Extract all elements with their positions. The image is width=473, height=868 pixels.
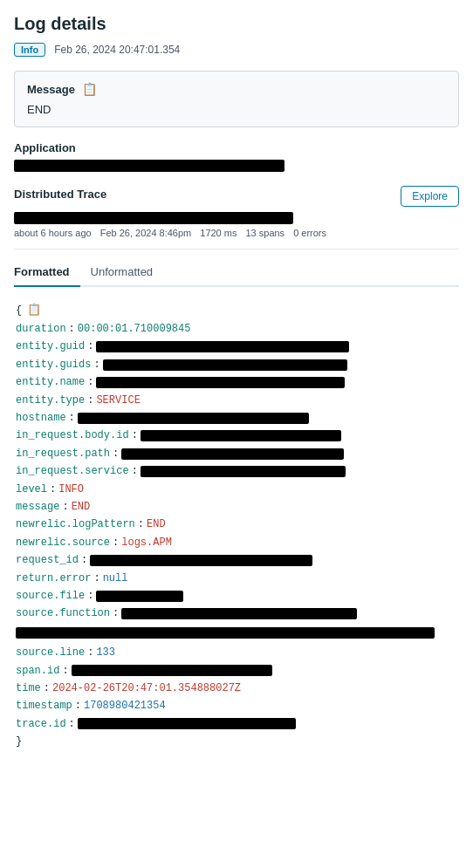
explore-button[interactable]: Explore	[401, 186, 459, 207]
json-span-id: span.id :	[14, 662, 459, 680]
entity-guids-value-redacted	[103, 359, 347, 371]
json-timestamp: timestamp : 1708980421354	[14, 697, 459, 714]
json-in-request-service: in_request.service :	[14, 462, 459, 480]
json-time: time : 2024-02-26T20:47:01.354888027Z	[14, 680, 459, 697]
source-file-value-redacted	[96, 591, 183, 602]
json-close-brace: }	[14, 733, 459, 750]
json-entity-guid: entity.guid :	[14, 338, 459, 355]
distributed-trace-label: Distributed Trace	[14, 188, 106, 201]
json-source-function: source.function :	[14, 605, 459, 622]
span-id-value-redacted	[72, 665, 272, 676]
json-newrelic-source: newrelic.source : logs.APM	[14, 534, 459, 551]
hostname-value-redacted	[78, 413, 309, 424]
json-entity-guids: entity.guids :	[14, 356, 459, 373]
trace-meta: about 6 hours ago Feb 26, 2024 8:46pm 17…	[14, 228, 459, 238]
message-label: Message	[27, 83, 75, 96]
tabs-bar: Formatted Unformatted	[14, 260, 459, 287]
application-label: Application	[14, 141, 459, 154]
request-id-value-redacted	[90, 555, 312, 566]
json-in-request-path: in_request.path :	[14, 445, 459, 462]
in-request-path-value-redacted	[121, 448, 344, 460]
application-section: Application	[14, 141, 459, 172]
json-source-file: source.file :	[14, 587, 459, 605]
log-timestamp: Feb 26, 2024 20:47:01.354	[54, 44, 180, 56]
trace-spans: 13 spans	[245, 228, 284, 238]
application-value-redacted	[14, 160, 284, 172]
distributed-trace-header: Distributed Trace Explore	[14, 186, 459, 207]
source-function-overflow-redacted	[16, 627, 435, 639]
json-trace-id: trace.id :	[14, 715, 459, 733]
trace-time-ago: about 6 hours ago	[14, 228, 92, 238]
json-return-error: return.error : null	[14, 570, 459, 587]
log-header: Info Feb 26, 2024 20:47:01.354	[14, 43, 459, 57]
message-box: Message 📋 END	[14, 71, 459, 127]
tab-unformatted[interactable]: Unformatted	[91, 260, 164, 287]
json-request-id: request_id :	[14, 551, 459, 569]
divider	[14, 249, 459, 249]
json-entity-name: entity.name :	[14, 373, 459, 391]
json-level: level : INFO	[14, 481, 459, 498]
json-block: { 📋 duration : 00:00:01.710009845 entity…	[14, 297, 459, 754]
log-details-page: Log details Info Feb 26, 2024 20:47:01.3…	[0, 0, 473, 775]
info-badge: Info	[14, 43, 45, 57]
json-entity-type: entity.type : SERVICE	[14, 392, 459, 409]
json-hostname: hostname :	[14, 409, 459, 427]
json-newrelic-logPattern: newrelic.logPattern : END	[14, 516, 459, 533]
json-in-request-body-id: in_request.body.id :	[14, 427, 459, 444]
trace-name-redacted	[14, 212, 293, 224]
in-request-service-value-redacted	[141, 466, 346, 477]
entity-guid-value-redacted	[96, 341, 349, 352]
distributed-trace-section: Distributed Trace Explore about 6 hours …	[14, 186, 459, 238]
copy-message-icon[interactable]: 📋	[82, 82, 97, 96]
trace-duration: 1720 ms	[200, 228, 236, 238]
message-header: Message 📋	[27, 82, 446, 96]
source-function-value-redacted	[121, 608, 357, 619]
trace-errors: 0 errors	[293, 228, 326, 238]
entity-name-value-redacted	[96, 377, 345, 388]
message-content: END	[27, 103, 446, 116]
trace-id-value-redacted	[78, 718, 296, 729]
json-message: message : END	[14, 498, 459, 516]
json-duration: duration : 00:00:01.710009845	[14, 320, 459, 338]
json-open-brace: { 📋	[14, 301, 459, 320]
tab-formatted[interactable]: Formatted	[14, 260, 80, 287]
trace-date: Feb 26, 2024 8:46pm	[100, 228, 192, 238]
copy-json-icon[interactable]: 📋	[27, 301, 41, 320]
json-source-line: source.line : 133	[14, 644, 459, 661]
in-request-body-id-value-redacted	[141, 430, 341, 441]
page-title: Log details	[14, 14, 459, 34]
